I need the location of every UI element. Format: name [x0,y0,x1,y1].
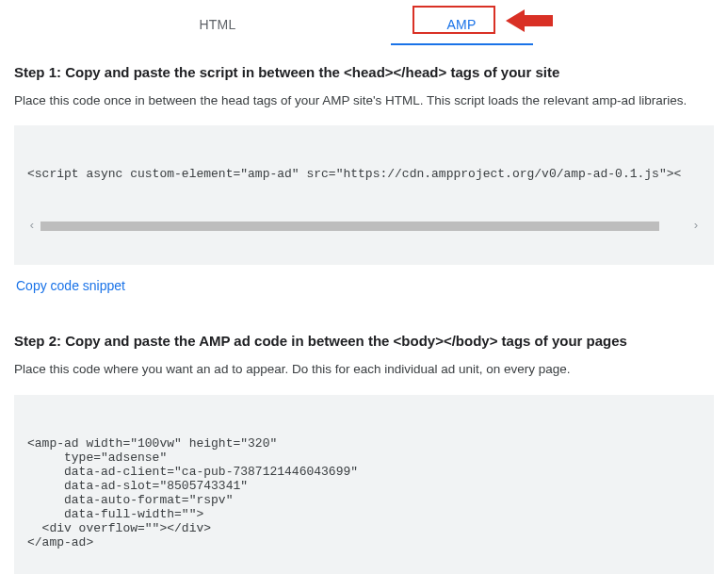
content-area: Step 1: Copy and paste the script in bet… [0,45,728,574]
step1-code-text: <script async custom-element="amp-ad" sr… [27,167,701,181]
step2-title: Step 2: Copy and paste the AMP ad code i… [14,333,714,349]
tab-html[interactable]: HTML [195,9,239,45]
scrollbar-track[interactable] [40,221,659,231]
step1-code-block: <script async custom-element="amp-ad" sr… [14,125,714,265]
step2-code-block: <amp-ad width="100vw" height="320" type=… [14,395,714,575]
tabs-bar: HTML AMP [0,0,728,45]
chevron-left-icon[interactable]: ‹ [27,219,37,233]
step2-description: Place this code where you want an ad to … [14,360,714,379]
step1-scrollbar[interactable]: ‹ › [27,219,701,233]
tab-amp[interactable]: AMP [391,9,533,45]
step1-copy-button[interactable]: Copy code snippet [14,265,127,306]
step2-code-text: <amp-ad width="100vw" height="320" type=… [27,436,701,549]
step1-description: Place this code once in between the head… [14,91,714,110]
chevron-right-icon[interactable]: › [691,219,701,233]
step1-title: Step 1: Copy and paste the script in bet… [14,64,714,80]
